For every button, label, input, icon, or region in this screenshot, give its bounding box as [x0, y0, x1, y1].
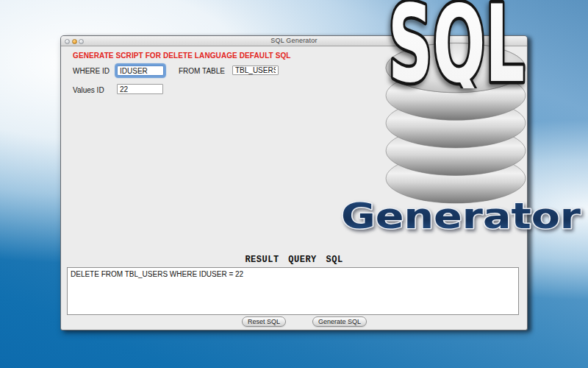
where-id-label: WHERE ID — [73, 67, 110, 75]
desktop-background: SQL Generator GENERATE SCRIPT FOR DELETE… — [0, 0, 588, 368]
window-title: SQL Generator — [61, 37, 527, 44]
from-table-input[interactable] — [232, 66, 279, 75]
result-query-textarea[interactable]: DELETE FROM TBL_USERS WHERE IDUSER = 22 — [67, 267, 519, 315]
values-id-input[interactable] — [117, 84, 163, 94]
app-window: SQL Generator GENERATE SCRIPT FOR DELETE… — [60, 35, 528, 330]
values-id-label: Values ID — [73, 86, 104, 94]
result-heading: RESULT QUERY SQL — [61, 255, 527, 265]
where-id-input[interactable] — [117, 66, 164, 76]
generate-sql-button[interactable]: Generate SQL — [312, 316, 367, 327]
from-table-label: FROM TABLE — [179, 67, 225, 75]
window-titlebar[interactable]: SQL Generator — [61, 36, 527, 46]
reset-sql-button[interactable]: Reset SQL — [242, 316, 286, 327]
page-title: GENERATE SCRIPT FOR DELETE LANGUAGE DEFA… — [73, 52, 291, 60]
